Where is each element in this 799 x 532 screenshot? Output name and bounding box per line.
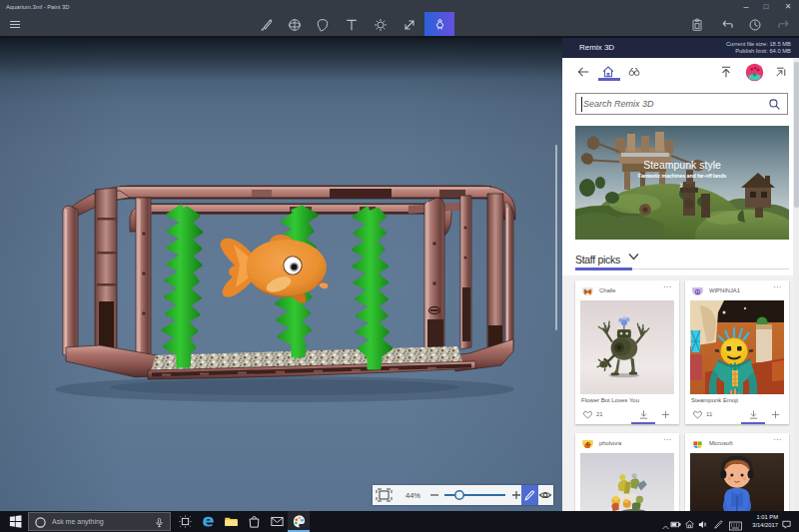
svg-text:44%: 44% (405, 491, 420, 500)
